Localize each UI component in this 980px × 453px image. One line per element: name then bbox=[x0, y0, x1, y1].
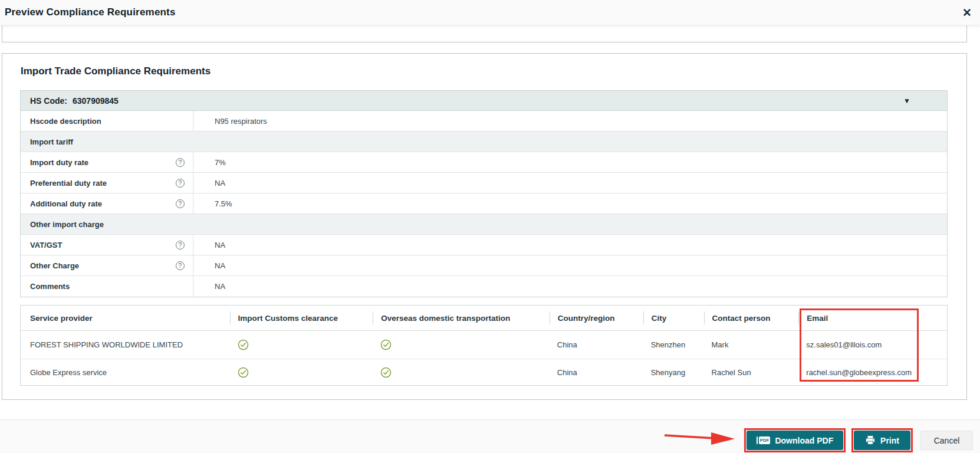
table-row: Comments NA bbox=[21, 276, 947, 297]
table-row: Hscode description N95 respirators bbox=[21, 111, 947, 132]
hs-code-label: HS Code: bbox=[30, 96, 67, 106]
city-cell: Shenzhen bbox=[643, 340, 704, 349]
cancel-button[interactable]: Cancel bbox=[920, 431, 973, 450]
table-row: Other Charge ? NA bbox=[21, 255, 947, 276]
cancel-label: Cancel bbox=[934, 436, 960, 445]
row-label: Other Charge bbox=[30, 261, 79, 270]
column-header: Email bbox=[798, 311, 947, 324]
table-row: Globe Express service China Shenyang Rac… bbox=[21, 359, 947, 385]
row-label: Preferential duty rate bbox=[30, 179, 107, 188]
hs-code-value: 6307909845 bbox=[73, 96, 119, 106]
table-section-row: Import tariff bbox=[21, 132, 947, 152]
import-compliance-panel: Import Trade Compliance Requirements HS … bbox=[2, 53, 967, 400]
modal-header: Preview Compliance Requirements ✕ bbox=[0, 0, 980, 25]
city-cell: Shenyang bbox=[643, 368, 704, 377]
help-icon[interactable]: ? bbox=[176, 179, 185, 188]
provider-name: FOREST SHIPPING WORLDWIDE LIMITED bbox=[21, 340, 230, 349]
section-heading: Import Trade Compliance Requirements bbox=[21, 65, 211, 77]
row-value: NA bbox=[193, 255, 947, 275]
row-value: NA bbox=[193, 173, 947, 193]
email-cell: sz.sales01@lllois.com bbox=[798, 340, 947, 349]
row-label: Hscode description bbox=[30, 117, 101, 126]
chevron-down-icon[interactable]: ▼ bbox=[903, 97, 910, 105]
download-pdf-label: Download PDF bbox=[775, 436, 833, 445]
column-header: Country/region bbox=[550, 311, 643, 324]
row-value: 7.5% bbox=[193, 193, 947, 214]
contact-cell: Mark bbox=[704, 340, 799, 349]
print-button[interactable]: Print bbox=[854, 431, 910, 450]
check-circle-icon bbox=[380, 367, 392, 378]
check-circle-icon bbox=[238, 367, 249, 378]
hs-code-table: HS Code:6307909845 ▼ Hscode description … bbox=[20, 90, 948, 297]
row-label: Import duty rate bbox=[30, 158, 88, 167]
help-icon[interactable]: ? bbox=[176, 261, 185, 270]
help-icon[interactable]: ? bbox=[176, 158, 185, 167]
close-icon[interactable]: ✕ bbox=[962, 7, 972, 18]
pdf-icon: PDF bbox=[757, 436, 771, 445]
column-header: Service provider bbox=[21, 311, 230, 324]
country-cell: China bbox=[550, 340, 643, 349]
table-row: Import duty rate ? 7% bbox=[21, 152, 947, 173]
email-cell: rachel.sun@globeexpress.com bbox=[798, 368, 947, 377]
row-value: NA bbox=[193, 235, 947, 255]
row-value: N95 respirators bbox=[193, 111, 947, 131]
row-label: Additional duty rate bbox=[30, 199, 102, 208]
page-title: Preview Compliance Requirements bbox=[5, 6, 176, 18]
country-cell: China bbox=[550, 368, 643, 377]
scrolled-panel-remnant bbox=[2, 24, 967, 42]
column-header: Overseas domestic transportation bbox=[373, 311, 550, 324]
hs-code-text: HS Code:6307909845 bbox=[30, 96, 119, 106]
table-row: VAT/GST ? NA bbox=[21, 235, 947, 255]
printer-icon bbox=[865, 435, 876, 445]
row-value: NA bbox=[193, 276, 947, 297]
row-label: VAT/GST bbox=[30, 241, 62, 250]
table-row: Preferential duty rate ? NA bbox=[21, 173, 947, 193]
hs-code-header-bar[interactable]: HS Code:6307909845 ▼ bbox=[21, 91, 947, 111]
row-label: Comments bbox=[30, 282, 70, 291]
help-icon[interactable]: ? bbox=[176, 241, 185, 250]
contact-cell: Rachel Sun bbox=[704, 368, 799, 377]
row-value: 7% bbox=[193, 152, 947, 172]
column-header: City bbox=[643, 311, 704, 324]
table-row: Additional duty rate ? 7.5% bbox=[21, 193, 947, 214]
column-header: Contact person bbox=[704, 311, 799, 324]
section-row-label: Other import charge bbox=[30, 220, 104, 229]
table-header-row: Service provider Import Customs clearanc… bbox=[21, 306, 947, 331]
table-section-row: Other import charge bbox=[21, 214, 947, 235]
table-row: FOREST SHIPPING WORLDWIDE LIMITED China … bbox=[21, 331, 947, 359]
check-circle-icon bbox=[238, 339, 249, 350]
download-pdf-button[interactable]: PDF Download PDF bbox=[746, 431, 843, 450]
print-label: Print bbox=[880, 436, 899, 445]
section-row-label: Import tariff bbox=[30, 137, 73, 146]
preview-compliance-modal: Preview Compliance Requirements ✕ Import… bbox=[0, 0, 980, 453]
check-circle-icon bbox=[380, 339, 392, 350]
provider-name: Globe Express service bbox=[21, 368, 230, 377]
help-icon[interactable]: ? bbox=[176, 199, 185, 208]
service-providers-table: Service provider Import Customs clearanc… bbox=[20, 305, 948, 386]
column-header: Import Customs clearance bbox=[230, 311, 373, 324]
